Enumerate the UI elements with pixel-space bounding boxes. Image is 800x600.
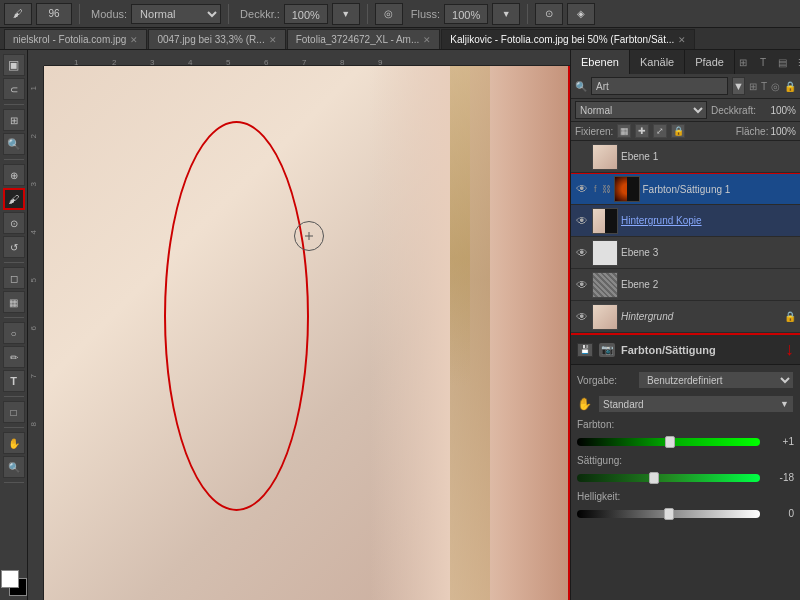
properties-panel: 💾 📷 Farbton/Sättigung ↓ Vorgabe: Benutze… bbox=[571, 335, 800, 600]
deckraft-label: Deckkr.: bbox=[240, 8, 280, 20]
layer-item-1[interactable]: 👁 f ⛓ Farbton/Sättigung 1 bbox=[571, 173, 800, 205]
text-tool[interactable]: T bbox=[3, 370, 25, 392]
layer-search-input[interactable] bbox=[591, 77, 728, 95]
healing-tool[interactable]: ⊕ bbox=[3, 164, 25, 186]
fluss-icon[interactable]: ▼ bbox=[492, 3, 520, 25]
tab-0[interactable]: nielskrol - Fotolia.com.jpg ✕ bbox=[4, 29, 147, 49]
mode-select[interactable]: Normal bbox=[131, 4, 221, 24]
tab-ebenen[interactable]: Ebenen bbox=[571, 50, 630, 74]
tab-0-close[interactable]: ✕ bbox=[130, 35, 138, 45]
fixieren-row: Fixieren: ▦ ✚ ⤢ 🔒 Fläche: 100% bbox=[571, 122, 800, 141]
fix-icon-3[interactable]: ⤢ bbox=[653, 124, 667, 138]
eraser-tool[interactable]: ◻ bbox=[3, 267, 25, 289]
layer-item-2[interactable]: 👁 Hintergrund Kopie bbox=[571, 205, 800, 237]
layer-item-0[interactable]: Ebene 1 bbox=[571, 141, 800, 173]
tab-1-label: 0047.jpg bei 33,3% (R... bbox=[157, 34, 264, 45]
tool-sep-7 bbox=[4, 482, 24, 483]
properties-title: Farbton/Sättigung bbox=[621, 344, 716, 356]
selection-oval bbox=[164, 121, 309, 511]
vorgabe-select[interactable]: Benutzerdefiniert bbox=[638, 371, 794, 389]
sattigung-thumb[interactable] bbox=[649, 472, 659, 484]
stamp-tool[interactable]: ⊙ bbox=[3, 212, 25, 234]
layer-vis-0[interactable] bbox=[575, 150, 589, 164]
layer-name-1: Farbton/Sättigung 1 bbox=[643, 184, 796, 195]
layer-icon-b[interactable]: T bbox=[761, 78, 767, 94]
layers-panel: Ebenen Kanäle Pfade ⊞ T ▤ ☰ 🔍 ▼ bbox=[571, 50, 800, 335]
pen-tool[interactable]: ✏ bbox=[3, 346, 25, 368]
layer-icon-a[interactable]: ⊞ bbox=[749, 78, 757, 94]
history-tool[interactable]: ↺ bbox=[3, 236, 25, 258]
airbrush-icon[interactable]: ◎ bbox=[375, 3, 403, 25]
color-swatches bbox=[1, 570, 27, 596]
tab-kanale-label: Kanäle bbox=[640, 56, 674, 68]
layer-vis-2[interactable]: 👁 bbox=[575, 214, 589, 228]
right-panels: Ebenen Kanäle Pfade ⊞ T ▤ ☰ 🔍 ▼ bbox=[570, 50, 800, 600]
fluss-label: Fluss: bbox=[411, 8, 440, 20]
tab-1[interactable]: 0047.jpg bei 33,3% (R... ✕ bbox=[148, 29, 285, 49]
tablet-icon2[interactable]: ◈ bbox=[567, 3, 595, 25]
foreground-color-swatch[interactable] bbox=[1, 570, 19, 588]
flache-label: Fläche: bbox=[736, 126, 769, 137]
layer-icon-c[interactable]: ◎ bbox=[771, 78, 780, 94]
helligkeit-row: Helligkeit: bbox=[577, 491, 794, 502]
layer-name-2: Hintergrund Kopie bbox=[621, 215, 796, 226]
fix-icon-1[interactable]: ▦ bbox=[617, 124, 631, 138]
tab-2[interactable]: Fotolia_3724672_XL - Am... ✕ bbox=[287, 29, 441, 49]
helligkeit-thumb[interactable] bbox=[664, 508, 674, 520]
ruler-vertical: 1 2 3 4 5 6 7 8 bbox=[28, 66, 44, 600]
lasso-tool[interactable]: ⊂ bbox=[3, 78, 25, 100]
hand-tool[interactable]: ✋ bbox=[3, 432, 25, 454]
layer-item-5[interactable]: 👁 Hintergrund 🔒 bbox=[571, 301, 800, 333]
flache-value: 100% bbox=[770, 126, 796, 137]
selection-tool[interactable]: ▣ bbox=[3, 54, 25, 76]
tab-pfade[interactable]: Pfade bbox=[685, 50, 735, 74]
save-icon[interactable]: 💾 bbox=[577, 343, 593, 357]
brush-tool[interactable]: 🖌 bbox=[3, 188, 25, 210]
farbton-thumb[interactable] bbox=[665, 436, 675, 448]
tab-1-close[interactable]: ✕ bbox=[269, 35, 277, 45]
tool-sep-1 bbox=[4, 104, 24, 105]
farbton-track bbox=[577, 438, 760, 446]
layer-vis-5[interactable]: 👁 bbox=[575, 310, 589, 324]
brush-icon[interactable]: 🖌 bbox=[4, 3, 32, 25]
fluss-value[interactable]: 100% bbox=[444, 4, 488, 24]
standard-value: Standard bbox=[603, 399, 644, 410]
eyedropper-tool[interactable]: 🔍 bbox=[3, 133, 25, 155]
tab-3[interactable]: Kaljikovic - Fotolia.com.jpg bei 50% (Fa… bbox=[441, 29, 695, 49]
fix-icon-4[interactable]: 🔒 bbox=[671, 124, 685, 138]
shape-tool[interactable]: □ bbox=[3, 401, 25, 423]
blend-mode-select[interactable]: Normal bbox=[575, 101, 707, 119]
standard-row: ✋ Standard ▼ bbox=[577, 395, 794, 413]
deckraft-value[interactable]: 100% bbox=[284, 4, 328, 24]
farbton-slider-row: +1 bbox=[577, 436, 794, 449]
canvas-content[interactable] bbox=[44, 66, 570, 600]
mode-label: Modus: bbox=[91, 8, 127, 20]
layer-item-3[interactable]: 👁 Ebene 3 bbox=[571, 237, 800, 269]
panel-icon-1[interactable]: ⊞ bbox=[735, 54, 751, 70]
tab-3-close[interactable]: ✕ bbox=[678, 35, 686, 45]
tablet-icon[interactable]: ⊙ bbox=[535, 3, 563, 25]
standard-dropdown[interactable]: Standard ▼ bbox=[598, 395, 794, 413]
crop-tool[interactable]: ⊞ bbox=[3, 109, 25, 131]
fix-icon-2[interactable]: ✚ bbox=[635, 124, 649, 138]
layer-item-4[interactable]: 👁 Ebene 2 bbox=[571, 269, 800, 301]
layer-vis-1[interactable]: 👁 bbox=[575, 182, 589, 196]
panel-icon-3[interactable]: ▤ bbox=[775, 54, 791, 70]
panel-icon-4[interactable]: ☰ bbox=[795, 54, 800, 70]
brush-cursor bbox=[294, 221, 324, 251]
layer-vis-4[interactable]: 👁 bbox=[575, 278, 589, 292]
dodge-tool[interactable]: ○ bbox=[3, 322, 25, 344]
gradient-tool[interactable]: ▦ bbox=[3, 291, 25, 313]
zoom-tool[interactable]: 🔍 bbox=[3, 456, 25, 478]
search-dropdown-btn[interactable]: ▼ bbox=[732, 77, 745, 95]
tab-kanale[interactable]: Kanäle bbox=[630, 50, 685, 74]
brush-size-box[interactable]: 96 bbox=[36, 3, 72, 25]
layer-list: Ebene 1 👁 f ⛓ Farbton/Sättigung 1 👁 bbox=[571, 141, 800, 333]
tool-sep-6 bbox=[4, 427, 24, 428]
layer-icon-d[interactable]: 🔒 bbox=[784, 78, 796, 94]
deckraft-icon[interactable]: ▼ bbox=[332, 3, 360, 25]
camera-icon[interactable]: 📷 bbox=[599, 343, 615, 357]
tab-2-close[interactable]: ✕ bbox=[423, 35, 431, 45]
layer-vis-3[interactable]: 👁 bbox=[575, 246, 589, 260]
panel-icon-2[interactable]: T bbox=[755, 54, 771, 70]
